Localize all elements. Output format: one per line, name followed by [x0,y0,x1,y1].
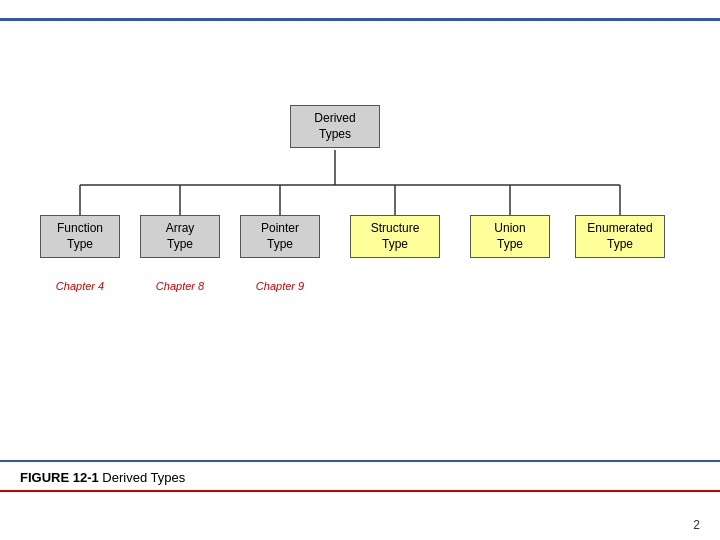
bottom-section: FIGURE 12-1 Derived Types 2 [0,460,720,540]
array-chapter: Chapter 8 [140,280,220,292]
page-number: 2 [693,518,700,532]
diagram-container: DerivedTypes FunctionType Chapter 4 Arra… [20,85,700,405]
top-line [0,18,720,21]
union-type-box: UnionType [470,215,550,258]
bottom-blue-line [0,460,720,462]
bottom-red-line [0,490,720,492]
figure-label: FIGURE 12-1 [20,470,99,485]
figure-text: Derived Types [99,470,185,485]
pointer-chapter: Chapter 9 [240,280,320,292]
figure-caption: FIGURE 12-1 Derived Types [20,470,185,485]
array-type-box: ArrayType [140,215,220,258]
derived-types-box: DerivedTypes [290,105,380,148]
enumerated-type-box: EnumeratedType [575,215,665,258]
function-chapter: Chapter 4 [40,280,120,292]
function-type-box: FunctionType [40,215,120,258]
pointer-type-box: PointerType [240,215,320,258]
structure-type-box: StructureType [350,215,440,258]
diagram-area: DerivedTypes FunctionType Chapter 4 Arra… [0,30,720,460]
